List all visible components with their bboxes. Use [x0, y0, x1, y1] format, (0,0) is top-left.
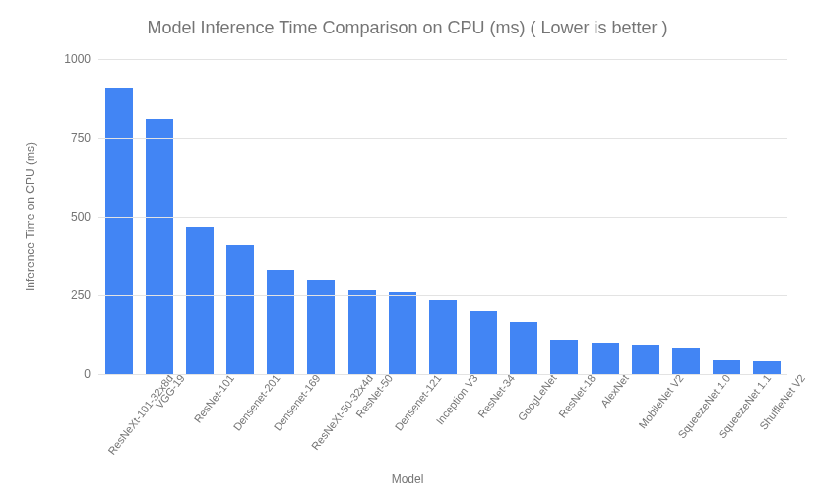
y-tick-label: 0	[84, 367, 98, 381]
plot-area: ResNeXt-101-32x8dVGG-19ResNet-101Densene…	[98, 59, 787, 374]
x-tick-label: AlexNet	[598, 372, 631, 410]
bar	[672, 348, 700, 374]
bar	[713, 360, 740, 374]
bar	[510, 322, 537, 374]
x-tick-label: ResNet-101	[191, 372, 236, 425]
x-tick-label: ResNet-34	[475, 372, 517, 420]
x-tick-label: ResNeXt-101-32x8d	[105, 372, 175, 457]
bar	[307, 280, 335, 374]
bar	[105, 88, 133, 374]
gridline	[98, 374, 787, 375]
y-tick-label: 500	[71, 210, 98, 223]
y-tick-label: 750	[71, 131, 98, 145]
gridline	[98, 217, 787, 218]
y-tick-label: 1000	[64, 52, 98, 66]
bar	[146, 119, 173, 374]
bar	[429, 300, 457, 374]
bar	[550, 340, 578, 374]
bar	[470, 311, 497, 374]
x-tick-label: GoogLeNet	[516, 372, 559, 423]
chart-container: Model Inference Time Comparison on CPU (…	[0, 0, 815, 504]
bar	[186, 227, 214, 374]
bar	[753, 361, 781, 374]
bar	[348, 290, 376, 374]
bar	[389, 292, 416, 374]
x-axis-title: Model	[0, 472, 815, 486]
bar	[226, 245, 254, 374]
bar	[632, 345, 659, 374]
gridline	[98, 59, 787, 60]
x-tick-label: MobileNet V2	[636, 372, 685, 430]
x-tick-label: Densenet-121	[393, 372, 444, 433]
y-axis-title: Inference Time on CPU (ms)	[24, 142, 37, 291]
bar	[592, 343, 619, 374]
y-tick-label: 250	[71, 288, 98, 302]
x-tick-label: ResNet-18	[556, 372, 597, 420]
chart-title: Model Inference Time Comparison on CPU (…	[0, 18, 815, 38]
gridline	[98, 138, 787, 139]
gridline	[98, 295, 787, 296]
bar	[267, 270, 294, 374]
